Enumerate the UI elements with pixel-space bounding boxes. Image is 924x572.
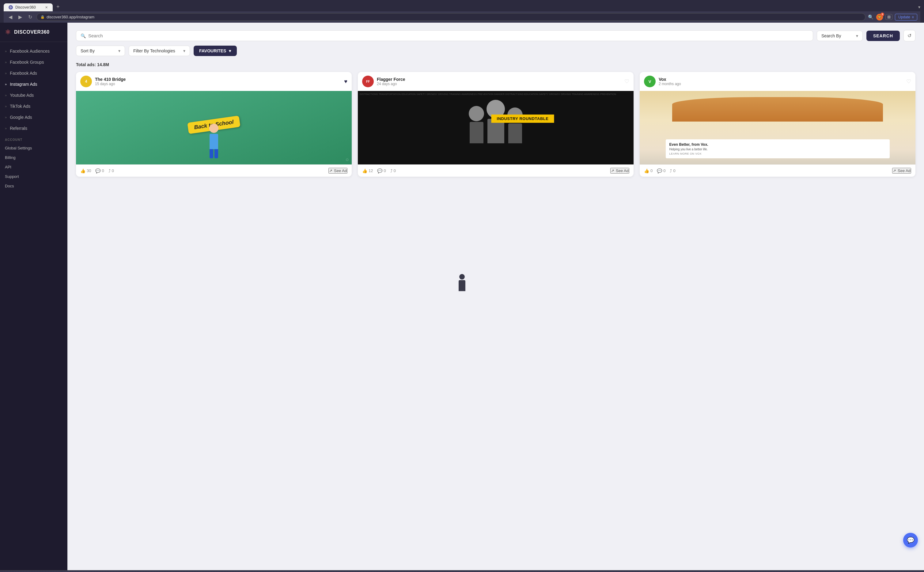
sidebar-item-tiktok-ads[interactable]: » TikTok Ads	[0, 101, 67, 112]
search-button[interactable]: SEARCH	[866, 31, 900, 41]
ad-time: 24 days ago	[377, 82, 621, 86]
url-text: discover360.app/instagram	[47, 15, 94, 19]
sidebar-chevron-icon: »	[5, 104, 7, 108]
macos-dock: 🗂️ ⚙️ 🐙 💠 📝 🟡 ⬛ 🌐 🦁 🎮 1 💬 27 📋 29 💙 198 …	[0, 570, 924, 572]
avatar: V	[644, 76, 656, 87]
favourite-button[interactable]: ♡	[624, 78, 629, 85]
sidebar-item-label: TikTok Ads	[10, 104, 30, 109]
ad-image-text: INDUSTRY ROUNDTABLE	[492, 115, 554, 123]
sidebar: ⚛ DISCOVER360 » Facebook Audiences » Fac…	[0, 23, 67, 570]
search-reset-button[interactable]: ↺	[904, 30, 915, 41]
ad-card-header: FF Flagger Force 24 days ago ♡	[358, 72, 633, 91]
chevron-down-icon: ▾	[856, 33, 858, 38]
favourite-button[interactable]: ♥	[344, 78, 347, 85]
sidebar-item-instagram-ads[interactable]: » Instagram Ads	[0, 79, 67, 90]
sidebar-chevron-icon: »	[5, 72, 7, 75]
see-ad-external-icon: ↗	[893, 168, 896, 173]
search-icon: 🔍	[81, 33, 86, 38]
tab-list-button[interactable]: ▾	[918, 5, 920, 9]
search-by-dropdown[interactable]: Search By ▾	[817, 31, 863, 41]
ad-info: Vox 2 months ago	[659, 77, 903, 86]
filter-row: Sort By ▾ Filter By Technologies ▾ FAVOU…	[76, 46, 915, 56]
like-stat: 👍 0	[644, 168, 653, 173]
filter-by-dropdown[interactable]: Filter By Technologies ▾	[129, 46, 190, 56]
back-button[interactable]: ◀	[7, 14, 14, 20]
address-bar[interactable]: 🔒 discover360.app/instagram	[36, 13, 865, 21]
favourite-button[interactable]: ♡	[906, 78, 911, 85]
ad-info: Flagger Force 24 days ago	[377, 77, 621, 86]
tab-close-button[interactable]: ✕	[45, 6, 48, 9]
sidebar-item-facebook-audiences[interactable]: » Facebook Audiences	[0, 46, 67, 57]
tab-favicon: D	[9, 5, 13, 9]
sidebar-item-label: Facebook Ads	[10, 71, 37, 76]
sidebar-chevron-icon: »	[5, 126, 7, 130]
sort-by-label: Sort By	[81, 48, 95, 53]
tab-title: Discover360	[15, 5, 36, 9]
sidebar-item-facebook-ads[interactable]: » Facebook Ads	[0, 68, 67, 79]
total-ads-label: Total ads: 14.8M	[76, 62, 915, 67]
sort-by-dropdown[interactable]: Sort By ▾	[76, 46, 125, 56]
sidebar-item-support[interactable]: Support	[0, 172, 67, 181]
sidebar-account-label: Billing	[5, 155, 16, 160]
see-ad-button[interactable]: ↗ See Ad	[892, 168, 911, 174]
like-icon: 👍	[80, 168, 86, 173]
see-ad-external-icon: ↗	[611, 168, 614, 173]
sidebar-item-google-ads[interactable]: » Google Ads	[0, 112, 67, 123]
update-chevron-icon: ≡	[912, 15, 914, 19]
vox-ad-subtext: Helping you live a better life.	[669, 148, 886, 151]
advertiser-name: Flagger Force	[377, 77, 621, 82]
reload-button[interactable]: ↻	[26, 14, 34, 20]
sidebar-item-billing[interactable]: Billing	[0, 153, 67, 162]
favourites-button[interactable]: FAVOURITES ♥	[194, 46, 237, 56]
comment-stat: 💬 0	[95, 168, 104, 173]
see-ad-button[interactable]: ↗ See Ad	[328, 168, 347, 174]
advertiser-name: The 410 Bridge	[95, 77, 341, 82]
reader-mode-button[interactable]: ⊞	[885, 14, 893, 20]
browser-chrome: D Discover360 ✕ + ▾ ◀ ▶ ↻ 🔒 discover360.…	[0, 0, 924, 23]
browser-tab-active[interactable]: D Discover360 ✕	[4, 3, 53, 11]
sidebar-item-facebook-groups[interactable]: » Facebook Groups	[0, 57, 67, 68]
sidebar-item-referrals[interactable]: » Referrals	[0, 123, 67, 134]
new-tab-button[interactable]: +	[54, 2, 62, 11]
sidebar-item-label: Instagram Ads	[10, 82, 37, 87]
filter-by-label: Filter By Technologies	[133, 48, 175, 53]
see-ad-external-icon: ↗	[329, 168, 333, 173]
reset-icon: ↺	[907, 33, 912, 38]
see-ad-button[interactable]: ↗ See Ad	[610, 168, 629, 174]
sidebar-account-label: Docs	[5, 184, 14, 188]
ads-grid: 4 The 410 Bridge 15 days ago ♥ Back to S…	[76, 72, 915, 177]
search-input-wrap[interactable]: 🔍	[76, 30, 813, 41]
sidebar-account-label: Global Settings	[5, 146, 32, 150]
ad-time: 2 months ago	[659, 82, 903, 86]
search-toolbar-icon[interactable]: 🔍	[868, 14, 874, 20]
sidebar-nav: » Facebook Audiences » Facebook Groups »…	[0, 42, 67, 570]
lock-icon: 🔒	[40, 15, 45, 19]
share-stat: ⤴ 0	[109, 168, 114, 173]
share-stat: ⤴ 0	[390, 168, 396, 173]
sidebar-chevron-icon: »	[5, 115, 7, 119]
heart-icon: ♥	[229, 48, 231, 53]
sidebar-chevron-icon: »	[5, 60, 7, 64]
like-icon: 👍	[644, 168, 649, 173]
ad-time: 15 days ago	[95, 82, 341, 86]
logo-text: DISCOVER360	[14, 30, 50, 35]
like-icon: 👍	[362, 168, 367, 173]
share-icon: ⤴	[390, 168, 392, 173]
ad-image: Even Better, from Vox. Helping you live …	[640, 91, 915, 165]
chevron-down-icon: ▾	[118, 48, 120, 53]
share-icon: ⤴	[670, 168, 672, 173]
sidebar-item-api[interactable]: API	[0, 162, 67, 172]
advertiser-name: Vox	[659, 77, 903, 82]
sidebar-chevron-icon: »	[5, 93, 7, 97]
chat-button[interactable]: 💬	[903, 533, 918, 547]
sidebar-item-youtube-ads[interactable]: » Youtube Ads	[0, 90, 67, 101]
search-input[interactable]	[88, 33, 809, 38]
brave-shield-icon[interactable]: 🦁 3	[876, 14, 883, 20]
sidebar-item-label: Google Ads	[10, 115, 32, 120]
search-bar-row: 🔍 Search By ▾ SEARCH ↺	[76, 30, 915, 41]
update-button[interactable]: Update ≡	[895, 14, 917, 20]
forward-button[interactable]: ▶	[17, 14, 24, 20]
sidebar-logo: ⚛ DISCOVER360	[0, 23, 67, 42]
sidebar-item-docs[interactable]: Docs	[0, 181, 67, 191]
sidebar-item-global-settings[interactable]: Global Settings	[0, 143, 67, 153]
